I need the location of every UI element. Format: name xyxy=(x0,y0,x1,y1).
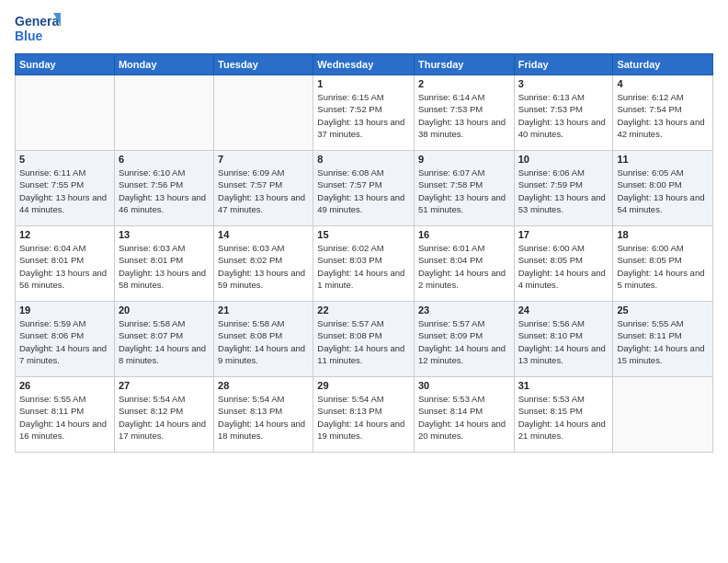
day-cell: 18Sunrise: 6:00 AM Sunset: 8:05 PM Dayli… xyxy=(613,226,713,302)
day-info: Sunrise: 5:53 AM Sunset: 8:14 PM Dayligh… xyxy=(418,393,510,442)
logo: General Blue xyxy=(15,11,61,46)
day-cell: 20Sunrise: 5:58 AM Sunset: 8:07 PM Dayli… xyxy=(114,302,213,377)
day-info: Sunrise: 6:01 AM Sunset: 8:04 PM Dayligh… xyxy=(418,242,510,291)
day-info: Sunrise: 6:14 AM Sunset: 7:53 PM Dayligh… xyxy=(418,91,510,140)
day-number: 3 xyxy=(518,78,609,89)
day-number: 19 xyxy=(19,304,110,316)
calendar-table: SundayMondayTuesdayWednesdayThursdayFrid… xyxy=(15,53,713,453)
day-info: Sunrise: 6:07 AM Sunset: 7:58 PM Dayligh… xyxy=(418,167,510,215)
day-cell: 31Sunrise: 5:53 AM Sunset: 8:15 PM Dayli… xyxy=(514,377,613,453)
day-cell: 24Sunrise: 5:56 AM Sunset: 8:10 PM Dayli… xyxy=(514,302,613,377)
day-cell xyxy=(16,75,115,151)
day-number: 2 xyxy=(418,78,510,89)
day-cell: 4Sunrise: 6:12 AM Sunset: 7:54 PM Daylig… xyxy=(613,75,713,151)
col-header-tuesday: Tuesday xyxy=(214,54,313,75)
day-info: Sunrise: 6:05 AM Sunset: 8:00 PM Dayligh… xyxy=(617,167,709,215)
svg-text:Blue: Blue xyxy=(15,29,43,43)
day-cell: 27Sunrise: 5:54 AM Sunset: 8:12 PM Dayli… xyxy=(114,377,213,453)
logo-svg: General Blue xyxy=(15,11,61,46)
day-cell: 23Sunrise: 5:57 AM Sunset: 8:09 PM Dayli… xyxy=(414,302,514,377)
day-info: Sunrise: 6:11 AM Sunset: 7:55 PM Dayligh… xyxy=(19,167,110,215)
day-cell: 26Sunrise: 5:55 AM Sunset: 8:11 PM Dayli… xyxy=(16,377,115,453)
day-number: 27 xyxy=(119,380,210,391)
day-cell xyxy=(214,75,313,151)
day-number: 31 xyxy=(518,380,609,391)
day-info: Sunrise: 6:03 AM Sunset: 8:01 PM Dayligh… xyxy=(119,242,210,291)
day-number: 5 xyxy=(19,154,110,165)
day-number: 14 xyxy=(218,229,309,240)
day-number: 25 xyxy=(617,304,709,316)
day-number: 7 xyxy=(218,154,309,165)
day-info: Sunrise: 5:55 AM Sunset: 8:11 PM Dayligh… xyxy=(617,317,709,366)
day-info: Sunrise: 5:54 AM Sunset: 8:12 PM Dayligh… xyxy=(119,393,210,442)
day-cell: 7Sunrise: 6:09 AM Sunset: 7:57 PM Daylig… xyxy=(214,151,313,226)
day-info: Sunrise: 5:57 AM Sunset: 8:08 PM Dayligh… xyxy=(317,317,410,366)
day-cell: 9Sunrise: 6:07 AM Sunset: 7:58 PM Daylig… xyxy=(414,151,514,226)
day-info: Sunrise: 6:06 AM Sunset: 7:59 PM Dayligh… xyxy=(518,167,609,215)
day-number: 10 xyxy=(518,154,609,165)
day-cell: 25Sunrise: 5:55 AM Sunset: 8:11 PM Dayli… xyxy=(613,302,713,377)
day-info: Sunrise: 6:12 AM Sunset: 7:54 PM Dayligh… xyxy=(617,91,709,140)
day-number: 12 xyxy=(19,229,110,240)
day-cell: 13Sunrise: 6:03 AM Sunset: 8:01 PM Dayli… xyxy=(114,226,213,302)
day-number: 4 xyxy=(617,78,709,89)
day-cell: 5Sunrise: 6:11 AM Sunset: 7:55 PM Daylig… xyxy=(16,151,115,226)
day-info: Sunrise: 6:04 AM Sunset: 8:01 PM Dayligh… xyxy=(19,242,110,291)
day-info: Sunrise: 6:02 AM Sunset: 8:03 PM Dayligh… xyxy=(317,242,410,291)
day-number: 18 xyxy=(617,229,709,240)
page: General Blue SundayMondayTuesdayWednesda… xyxy=(0,0,728,563)
day-cell: 8Sunrise: 6:08 AM Sunset: 7:57 PM Daylig… xyxy=(313,151,415,226)
day-info: Sunrise: 6:15 AM Sunset: 7:52 PM Dayligh… xyxy=(317,91,410,140)
day-cell: 6Sunrise: 6:10 AM Sunset: 7:56 PM Daylig… xyxy=(114,151,213,226)
day-cell: 17Sunrise: 6:00 AM Sunset: 8:05 PM Dayli… xyxy=(514,226,613,302)
day-cell: 11Sunrise: 6:05 AM Sunset: 8:00 PM Dayli… xyxy=(613,151,713,226)
day-number: 15 xyxy=(317,229,410,240)
col-header-friday: Friday xyxy=(514,54,613,75)
day-number: 26 xyxy=(19,380,110,391)
day-info: Sunrise: 5:54 AM Sunset: 8:13 PM Dayligh… xyxy=(317,393,410,442)
col-header-sunday: Sunday xyxy=(16,54,115,75)
day-info: Sunrise: 5:58 AM Sunset: 8:07 PM Dayligh… xyxy=(119,317,210,366)
week-row-3: 12Sunrise: 6:04 AM Sunset: 8:01 PM Dayli… xyxy=(16,226,713,302)
day-number: 29 xyxy=(317,380,410,391)
day-info: Sunrise: 5:54 AM Sunset: 8:13 PM Dayligh… xyxy=(218,393,309,442)
day-number: 13 xyxy=(119,229,210,240)
day-number: 23 xyxy=(418,304,510,316)
day-number: 30 xyxy=(418,380,510,391)
col-header-monday: Monday xyxy=(114,54,213,75)
day-info: Sunrise: 5:59 AM Sunset: 8:06 PM Dayligh… xyxy=(19,317,110,366)
day-cell: 21Sunrise: 5:58 AM Sunset: 8:08 PM Dayli… xyxy=(214,302,313,377)
day-cell: 2Sunrise: 6:14 AM Sunset: 7:53 PM Daylig… xyxy=(414,75,514,151)
day-info: Sunrise: 6:08 AM Sunset: 7:57 PM Dayligh… xyxy=(317,167,410,215)
week-row-4: 19Sunrise: 5:59 AM Sunset: 8:06 PM Dayli… xyxy=(16,302,713,377)
day-number: 8 xyxy=(317,154,410,165)
day-cell: 16Sunrise: 6:01 AM Sunset: 8:04 PM Dayli… xyxy=(414,226,514,302)
day-cell: 14Sunrise: 6:03 AM Sunset: 8:02 PM Dayli… xyxy=(214,226,313,302)
day-number: 28 xyxy=(218,380,309,391)
day-cell: 22Sunrise: 5:57 AM Sunset: 8:08 PM Dayli… xyxy=(313,302,415,377)
day-number: 22 xyxy=(317,304,410,316)
day-number: 11 xyxy=(617,154,709,165)
day-cell xyxy=(613,377,713,453)
day-number: 21 xyxy=(218,304,309,316)
header: General Blue xyxy=(15,11,713,46)
day-info: Sunrise: 6:10 AM Sunset: 7:56 PM Dayligh… xyxy=(119,167,210,215)
calendar-header-row: SundayMondayTuesdayWednesdayThursdayFrid… xyxy=(16,54,713,75)
day-cell: 28Sunrise: 5:54 AM Sunset: 8:13 PM Dayli… xyxy=(214,377,313,453)
day-info: Sunrise: 6:00 AM Sunset: 8:05 PM Dayligh… xyxy=(617,242,709,291)
day-info: Sunrise: 6:09 AM Sunset: 7:57 PM Dayligh… xyxy=(218,167,309,215)
day-number: 6 xyxy=(119,154,210,165)
day-info: Sunrise: 5:55 AM Sunset: 8:11 PM Dayligh… xyxy=(19,393,110,442)
day-cell: 12Sunrise: 6:04 AM Sunset: 8:01 PM Dayli… xyxy=(16,226,115,302)
day-info: Sunrise: 6:03 AM Sunset: 8:02 PM Dayligh… xyxy=(218,242,309,291)
day-number: 9 xyxy=(418,154,510,165)
day-cell: 3Sunrise: 6:13 AM Sunset: 7:53 PM Daylig… xyxy=(514,75,613,151)
col-header-saturday: Saturday xyxy=(613,54,713,75)
day-info: Sunrise: 5:56 AM Sunset: 8:10 PM Dayligh… xyxy=(518,317,609,366)
day-cell: 19Sunrise: 5:59 AM Sunset: 8:06 PM Dayli… xyxy=(16,302,115,377)
week-row-2: 5Sunrise: 6:11 AM Sunset: 7:55 PM Daylig… xyxy=(16,151,713,226)
day-number: 1 xyxy=(317,78,410,89)
day-cell: 29Sunrise: 5:54 AM Sunset: 8:13 PM Dayli… xyxy=(313,377,415,453)
day-cell: 1Sunrise: 6:15 AM Sunset: 7:52 PM Daylig… xyxy=(313,75,415,151)
day-info: Sunrise: 5:57 AM Sunset: 8:09 PM Dayligh… xyxy=(418,317,510,366)
